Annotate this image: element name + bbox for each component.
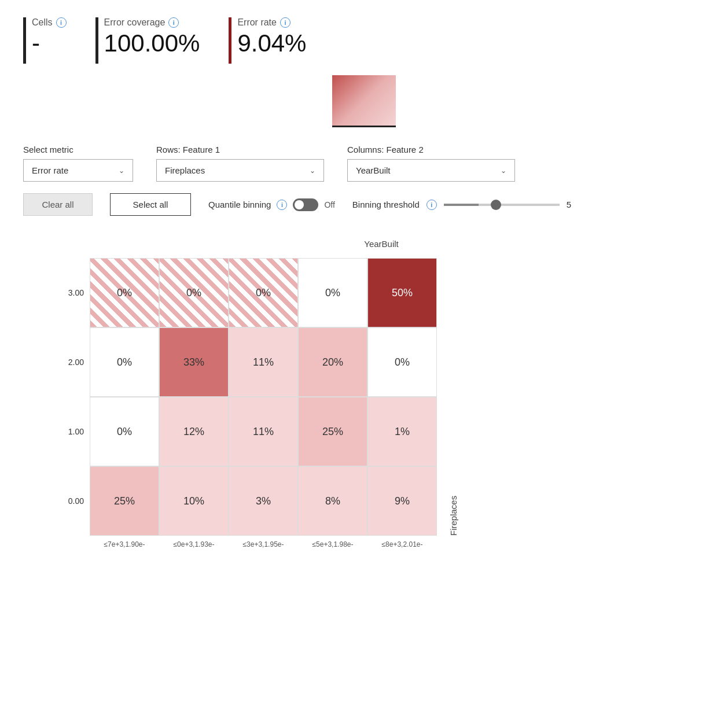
toggle-off-label: Off [324, 200, 334, 209]
x-label: ≤0e+3,1.93e- [159, 540, 229, 548]
heatmap-grid[interactable]: 0%0%0%0%50%0%33%11%20%0%0%12%11%25%1%25%… [90, 258, 437, 536]
heatmap-cell[interactable]: 25% [90, 466, 159, 536]
y-label: 2.00 [58, 358, 84, 367]
heatmap-cell[interactable]: 0% [90, 258, 159, 327]
binning-threshold-label: Binning threshold [352, 200, 420, 209]
heatmap-cell[interactable]: 11% [229, 327, 298, 397]
heatmap-cell[interactable]: 20% [298, 327, 367, 397]
cols-chevron-icon: ⌄ [501, 167, 506, 175]
heatmap-cell[interactable]: 12% [159, 397, 229, 466]
error-rate-info-icon[interactable]: i [280, 17, 291, 28]
heatmap-row-axis-label: Fireplaces [448, 258, 458, 536]
error-coverage-bar [95, 17, 98, 64]
heatmap-cell[interactable]: 33% [159, 327, 229, 397]
binning-slider[interactable] [444, 204, 560, 206]
heatmap-cell[interactable]: 0% [367, 327, 437, 397]
error-rate-label-text: Error rate [237, 17, 277, 28]
cols-control-label: Columns: Feature 2 [347, 145, 515, 154]
y-label: 3.00 [58, 288, 84, 297]
error-rate-value: 9.04% [237, 31, 306, 56]
heatmap-cell[interactable]: 0% [229, 258, 298, 327]
heatmap-cell[interactable]: 25% [298, 397, 367, 466]
error-coverage-label: Error coverage i [104, 17, 200, 28]
heatmap-y-labels: 3.002.001.000.00 [58, 258, 84, 536]
heatmap-cell[interactable]: 3% [229, 466, 298, 536]
cells-info-icon[interactable]: i [56, 17, 67, 28]
heatmap-cell[interactable]: 0% [90, 327, 159, 397]
metric-control-label: Select metric [23, 145, 133, 154]
error-rate-metric: Error rate i 9.04% [229, 17, 306, 64]
metrics-row: Cells i - Error coverage i 100.00% Error… [23, 17, 705, 64]
binning-info-icon[interactable]: i [426, 200, 437, 210]
metric-dropdown-value: Error rate [32, 165, 68, 175]
legend-container [23, 75, 705, 127]
x-label: ≤3e+3,1.95e- [229, 540, 298, 548]
metric-control-group: Select metric Error rate ⌄ [23, 145, 133, 182]
error-coverage-value: 100.00% [104, 31, 200, 56]
quantile-binning-group: Quantile binning i Off [208, 198, 335, 211]
actions-row: Clear all Select all Quantile binning i … [23, 193, 705, 216]
rows-dropdown-value: Fireplaces [165, 165, 205, 175]
heatmap-grid-wrapper: 3.002.001.000.00 0%0%0%0%50%0%33%11%20%0… [58, 258, 705, 536]
x-label: ≤5e+3,1.98e- [298, 540, 367, 548]
y-label: 0.00 [58, 496, 84, 506]
heatmap-cell[interactable]: 1% [367, 397, 437, 466]
rows-dropdown[interactable]: Fireplaces ⌄ [156, 159, 324, 182]
heatmap-section: YearBuilt 3.002.001.000.00 0%0%0%0%50%0%… [23, 239, 705, 548]
heatmap-cell[interactable]: 0% [90, 397, 159, 466]
heatmap-cell[interactable]: 0% [298, 258, 367, 327]
error-rate-label: Error rate i [237, 17, 306, 28]
rows-control-group: Rows: Feature 1 Fireplaces ⌄ [156, 145, 324, 182]
rows-chevron-icon: ⌄ [310, 167, 315, 175]
x-label: ≤7e+3,1.90e- [90, 540, 159, 548]
controls-row: Select metric Error rate ⌄ Rows: Feature… [23, 145, 705, 182]
binning-value: 5 [567, 200, 578, 209]
heatmap-cell[interactable]: 50% [367, 258, 437, 327]
clear-all-button[interactable]: Clear all [23, 193, 93, 216]
error-coverage-label-text: Error coverage [104, 17, 166, 28]
metric-chevron-icon: ⌄ [119, 167, 124, 175]
heatmap-cell[interactable]: 10% [159, 466, 229, 536]
toggle-track[interactable] [293, 198, 318, 211]
cells-bar [23, 17, 26, 64]
metric-dropdown[interactable]: Error rate ⌄ [23, 159, 133, 182]
cols-control-group: Columns: Feature 2 YearBuilt ⌄ [347, 145, 515, 182]
rows-control-label: Rows: Feature 1 [156, 145, 324, 154]
legend-line [332, 126, 396, 127]
error-rate-bar [229, 17, 231, 64]
heatmap-cell[interactable]: 8% [298, 466, 367, 536]
color-legend [332, 75, 396, 127]
heatmap-cell[interactable]: 11% [229, 397, 298, 466]
quantile-info-icon[interactable]: i [277, 200, 287, 210]
heatmap-cell[interactable]: 9% [367, 466, 437, 536]
binning-threshold-group: Binning threshold i 5 [352, 200, 578, 210]
heatmap-cell[interactable]: 0% [159, 258, 229, 327]
cells-value: - [32, 31, 67, 56]
select-all-button[interactable]: Select all [110, 193, 191, 216]
quantile-binning-label: Quantile binning [208, 200, 271, 209]
heatmap-x-labels: ≤7e+3,1.90e-≤0e+3,1.93e-≤3e+3,1.95e-≤5e+… [90, 540, 705, 548]
toggle-thumb [295, 200, 304, 209]
y-label: 1.00 [58, 427, 84, 436]
cols-dropdown[interactable]: YearBuilt ⌄ [347, 159, 515, 182]
cells-label: Cells i [32, 17, 67, 28]
cells-metric: Cells i - [23, 17, 67, 64]
x-label: ≤8e+3,2.01e- [367, 540, 437, 548]
heatmap-col-axis-label: YearBuilt [58, 239, 705, 249]
quantile-toggle[interactable] [293, 198, 318, 211]
cols-dropdown-value: YearBuilt [356, 165, 391, 175]
error-coverage-info-icon[interactable]: i [168, 17, 179, 28]
cells-label-text: Cells [32, 17, 53, 28]
error-coverage-metric: Error coverage i 100.00% [95, 17, 200, 64]
